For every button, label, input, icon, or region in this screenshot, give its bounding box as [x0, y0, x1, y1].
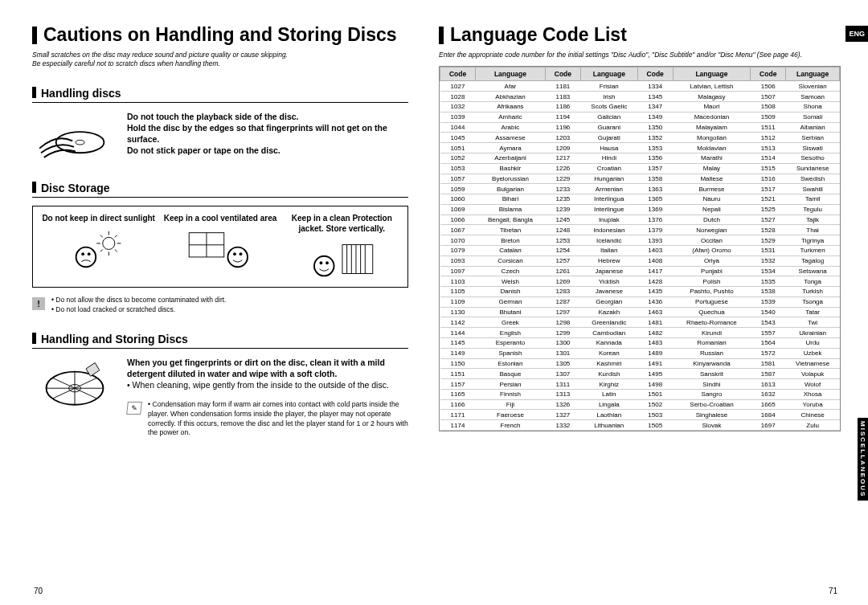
lang-cell: Sesotho [786, 153, 840, 163]
lang-cell: Occitan [673, 235, 751, 246]
lang-cell: Azerbaijani [476, 153, 546, 163]
lang-cell: Romanian [673, 338, 751, 349]
code-cell: 1534 [751, 266, 786, 276]
table-row: 1142Greek1298Greenlandic1481Rhaeto-Roman… [440, 317, 840, 328]
lang-cell: Xhosa [786, 389, 840, 399]
lang-cell: Sanskrit [673, 369, 751, 379]
lang-cell: Latvian, Lettish [673, 81, 751, 92]
lang-cell: Faeroese [476, 410, 546, 420]
lang-cell: Bashkir [476, 163, 546, 174]
lang-cell: Czech [476, 266, 546, 276]
table-row: 1044Arabic1196Guarani1350Malayalam1511Al… [440, 122, 840, 133]
code-cell: 1543 [751, 317, 786, 328]
lang-cell: Kurdish [580, 369, 637, 379]
lang-cell: Afar [476, 81, 546, 92]
storage-sun: Do not keep in direct sunlight [41, 213, 156, 280]
code-cell: 1060 [440, 194, 476, 205]
code-cell: 1245 [545, 215, 580, 225]
lang-cell: Bhutani [476, 307, 546, 317]
right-title-text: Language Code List [450, 24, 627, 46]
bullet-icon [32, 333, 36, 344]
svg-point-13 [87, 252, 90, 255]
table-row: 1097Czech1261Japanese1417Punjabi1534Sets… [440, 266, 840, 276]
code-cell: 1495 [637, 369, 673, 379]
lang-cell: Chinese [786, 410, 840, 420]
code-cell: 1508 [751, 102, 786, 112]
code-cell: 1209 [545, 143, 580, 153]
col-header: Language [786, 67, 840, 81]
code-cell: 1039 [440, 112, 476, 122]
code-cell: 1403 [637, 245, 673, 255]
code-cell: 1538 [751, 287, 786, 297]
lang-cell: Maori [673, 102, 751, 112]
lang-cell: Hebrew [580, 255, 637, 266]
lang-cell: Lingala [580, 399, 637, 410]
lang-cell: Lithuanian [580, 420, 637, 431]
lang-cell: Kannada [580, 338, 637, 349]
code-cell: 1053 [440, 163, 476, 174]
table-row: 1093Corsican1257Hebrew1408Oriya1532Tagal… [440, 255, 840, 266]
code-cell: 1632 [751, 389, 786, 399]
lang-cell: Guarani [580, 122, 637, 133]
code-cell: 1482 [637, 328, 673, 338]
code-cell: 1521 [751, 194, 786, 205]
table-row: 1150Estonian1305Kashmiri1491Kinyarwanda1… [440, 358, 840, 369]
language-table: CodeLanguageCodeLanguageCodeLanguageCode… [439, 66, 841, 431]
lang-cell: Hindi [580, 153, 637, 163]
code-cell: 1501 [637, 389, 673, 399]
table-row: 1053Bashkir1226Croatian1357Malay1515Sund… [440, 163, 840, 174]
lang-cell: Malay [673, 163, 751, 174]
lang-cell: Russian [673, 348, 751, 358]
lang-cell: Maltese [673, 174, 751, 184]
code-cell: 1301 [545, 348, 580, 358]
lang-cell: Swedish [786, 174, 840, 184]
lang-cell: Assamese [476, 133, 546, 143]
code-cell: 1506 [751, 81, 786, 92]
storage-cool: Keep in a cool ventilated area [162, 213, 277, 280]
table-row: 1103Welsh1269Yiddish1428Polish1535Tonga [440, 276, 840, 287]
code-cell: 1051 [440, 143, 476, 153]
lang-cell: Nauru [673, 194, 751, 205]
code-cell: 1564 [751, 338, 786, 349]
code-cell: 1166 [440, 399, 476, 410]
lang-cell: Bulgarian [476, 184, 546, 194]
lang-cell: Singhalese [673, 410, 751, 420]
clean-disc-icon [32, 357, 117, 413]
code-cell: 1353 [637, 143, 673, 153]
vent-icon [184, 228, 256, 270]
page-number-right: 71 [829, 587, 837, 595]
right-title: Language Code List [439, 24, 841, 46]
code-cell: 1283 [545, 287, 580, 297]
code-cell: 1509 [751, 112, 786, 122]
lang-cell: Frisian [580, 81, 637, 92]
lang-cell: Wolof [786, 379, 840, 390]
intro-notes: Small scratches on the disc may reduce s… [32, 51, 408, 69]
table-row: 1027Afar1181Frisian1334Latvian, Lettish1… [440, 81, 840, 92]
code-cell: 1145 [440, 338, 476, 349]
code-cell: 1365 [637, 194, 673, 205]
lang-cell: Tamil [786, 194, 840, 205]
code-cell: 1181 [545, 81, 580, 92]
svg-point-26 [314, 256, 334, 276]
lang-cell: Welsh [476, 276, 546, 287]
lang-cell: Estonian [476, 358, 546, 369]
lang-cell: Laothian [580, 410, 637, 420]
svg-point-28 [326, 261, 329, 264]
table-row: 1066Bengali; Bangla1245Inupiak1376Dutch1… [440, 215, 840, 225]
exclaim-icon: ! [32, 297, 45, 310]
code-cell: 1358 [637, 174, 673, 184]
table-row: 1130Bhutani1297Kazakh1463Quechua1540Tata… [440, 307, 840, 317]
code-cell: 1435 [637, 287, 673, 297]
table-row: 1165Finnish1313Latin1501Sangro1632Xhosa [440, 389, 840, 399]
lang-cell: Turkish [786, 287, 840, 297]
lang-cell: Malayalam [673, 122, 751, 133]
code-cell: 1186 [545, 102, 580, 112]
code-cell: 1027 [440, 81, 476, 92]
svg-point-2 [102, 237, 114, 249]
lang-cell: Moldavian [673, 143, 751, 153]
page-spread: ENG MISCELLANEOUS Cautions on Handling a… [0, 0, 868, 605]
lang-cell: Macedonian [673, 112, 751, 122]
lang-cell: Zulu [786, 420, 840, 431]
lang-cell: Thai [786, 225, 840, 235]
code-cell: 1254 [545, 245, 580, 255]
